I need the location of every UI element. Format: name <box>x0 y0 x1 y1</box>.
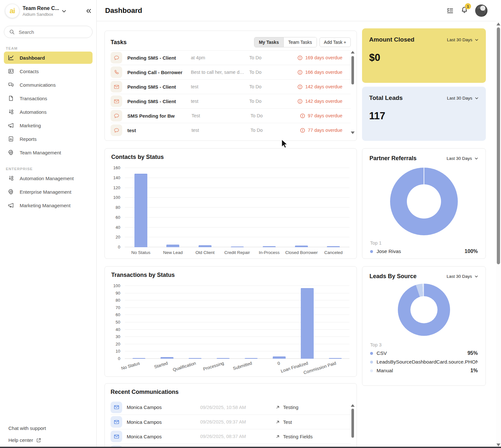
org-switcher: ai Team Rene C... Aidium Sandbox <box>0 0 96 21</box>
legend-label: Jose Rivas <box>377 248 461 254</box>
topbar-actions: 1 <box>447 5 487 17</box>
warning-icon <box>297 70 303 75</box>
range-label: Last 30 Days <box>447 37 472 42</box>
chart-title: Partner Referrals <box>369 155 417 162</box>
task-row[interactable]: Pending SMS - ClienttestTo Do142 days ov… <box>111 79 351 94</box>
notifications-bell-button[interactable]: 1 <box>461 6 468 15</box>
right-column: Amount Closed Last 30 Days $0 Total Lead… <box>362 21 486 448</box>
total-leads-card: Total Leads Last 30 Days 117 <box>362 87 486 141</box>
timestamp: 09/26/2025, 08:37 AM <box>200 434 275 439</box>
task-title: test <box>127 128 192 133</box>
sidebar-collapse-icon[interactable] <box>85 8 92 14</box>
y-axis-tick: 60 <box>116 312 120 317</box>
scrollbar-thumb[interactable] <box>351 56 354 84</box>
legend-row: CSV95% <box>370 350 478 356</box>
stat-title: Total Leads <box>369 94 403 102</box>
sidebar-item-enterprise-management[interactable]: Enterprise Management <box>4 186 93 198</box>
sidebar-item-label: Dashboard <box>20 55 45 61</box>
task-detail: test <box>191 84 249 89</box>
communications-title: Recent Communications <box>111 389 179 395</box>
chevron-down-icon[interactable] <box>61 8 67 14</box>
checklist-icon[interactable] <box>447 7 454 14</box>
tab-my-tasks[interactable]: My Tasks <box>254 37 283 47</box>
range-selector[interactable]: Last 30 Days <box>447 37 479 42</box>
gridline <box>125 286 349 286</box>
subject-text: Testing <box>283 404 299 410</box>
sidebar-item-dashboard[interactable]: Dashboard <box>4 52 93 64</box>
sidebar-item-label: Reports <box>20 136 37 142</box>
scroll-up-arrow-icon[interactable] <box>351 51 355 54</box>
task-status: To Do <box>249 70 297 75</box>
sidebar-nav: TEAMDashboardContactsCommunicationsTrans… <box>0 46 96 211</box>
x-axis-label: Started <box>153 361 168 369</box>
gridline <box>125 344 349 344</box>
sidebar-item-label: Automation Management <box>20 176 74 181</box>
org-subtitle: Aidium Sandbox <box>23 12 59 17</box>
task-overdue-text: 142 days overdue <box>305 99 342 104</box>
sidebar-item-team-management[interactable]: Team Management <box>4 146 93 159</box>
document-icon <box>8 95 14 102</box>
footer-link-label: Help center <box>8 437 33 443</box>
arrow-up-right-icon <box>275 420 280 424</box>
subject-text: Testing Fields <box>283 434 313 439</box>
range-selector[interactable]: Last 30 Days <box>447 96 479 101</box>
communication-row[interactable]: Monica Campos09/26/2025, 08:37 AMTesting… <box>111 429 351 443</box>
tasks-tab-group: My Tasks Team Tasks <box>254 37 317 47</box>
communication-row[interactable]: Monica Campos09/26/2025, 10:58 AMTesting <box>111 400 351 414</box>
task-title: Pending Call - Borrower <box>127 70 191 75</box>
task-row[interactable]: testtestTo Do77 days overdue <box>111 123 351 137</box>
stat-header: Amount Closed Last 30 Days <box>369 36 479 43</box>
task-row[interactable]: Pending SMS - Clientat 4pmTo Do169 days … <box>111 50 351 65</box>
sidebar-item-automation-management[interactable]: Automation Management <box>4 172 93 184</box>
user-avatar[interactable] <box>475 5 487 17</box>
range-selector[interactable]: Last 30 Days <box>447 274 478 279</box>
task-row[interactable]: SMS Pending for BwTestTo Do97 days overd… <box>111 108 351 123</box>
scrollbar-thumb[interactable] <box>497 27 500 264</box>
recent-communications-card: Recent Communications Monica Campos09/26… <box>104 383 357 448</box>
sidebar-item-marketing-management[interactable]: Marketing Management <box>4 199 93 211</box>
task-status: To Do <box>249 84 297 89</box>
tab-team-tasks[interactable]: Team Tasks <box>283 37 317 47</box>
mail-task-icon <box>111 95 122 107</box>
communication-subject-link[interactable]: Test <box>275 419 292 425</box>
communications-scrollbar[interactable] <box>350 404 355 448</box>
scroll-down-arrow-icon[interactable] <box>351 131 355 134</box>
range-selector[interactable]: Last 30 Days <box>447 156 478 161</box>
legend-title: Top 3 <box>370 342 478 347</box>
communication-subject-link[interactable]: Testing <box>275 404 299 410</box>
timestamp: 09/26/2025, 10:58 AM <box>200 405 275 410</box>
sidebar-item-marketing[interactable]: Marketing <box>4 119 93 131</box>
gridline <box>125 237 349 237</box>
tasks-scrollbar[interactable] <box>350 51 355 134</box>
sidebar-item-transactions[interactable]: Transactions <box>4 92 93 104</box>
sidebar-item-communications[interactable]: Communications <box>4 79 93 91</box>
add-task-button[interactable]: Add Task + <box>319 37 351 47</box>
task-row[interactable]: Pending Call - BorrowerBest to call her,… <box>111 65 351 79</box>
scroll-up-arrow-icon[interactable] <box>351 404 355 407</box>
task-overdue: 169 days overdue <box>297 55 342 61</box>
task-detail: at 4pm <box>191 55 249 60</box>
search-input[interactable]: Search <box>4 26 93 38</box>
mail-icon <box>111 402 122 413</box>
sidebar-item-label: Team Management <box>20 150 61 155</box>
communication-subject-link[interactable]: Testing Fields <box>275 434 313 439</box>
sidebar-item-automations[interactable]: Automations <box>4 106 93 118</box>
task-title: Pending SMS - Client <box>127 55 191 61</box>
nav-section-label: TEAM <box>6 46 96 50</box>
y-axis-tick: 160 <box>113 165 120 170</box>
scroll-down-arrow-icon[interactable] <box>496 443 500 446</box>
task-row[interactable]: Pending SMS - ClienttestTo Do142 days ov… <box>111 94 351 108</box>
sidebar-item-contacts[interactable]: Contacts <box>4 65 93 77</box>
scrollbar-thumb[interactable] <box>351 409 354 438</box>
scroll-up-arrow-icon[interactable] <box>496 23 500 25</box>
footer-link-chat-with-support[interactable]: Chat with support <box>8 425 46 431</box>
sidebar-item-reports[interactable]: Reports <box>4 133 93 145</box>
dashboard-content: Tasks My Tasks Team Tasks Add Task + Pen… <box>97 21 496 448</box>
x-axis-label: Processing <box>202 361 224 372</box>
gridline <box>125 322 349 322</box>
footer-link-help-center[interactable]: Help center <box>8 437 46 443</box>
sidebar-item-label: Enterprise Management <box>20 189 71 195</box>
communication-row[interactable]: Monica Campos09/26/2025, 09:37 AMTest <box>111 414 351 429</box>
sidebar-item-label: Marketing Management <box>20 203 71 208</box>
page-scrollbar[interactable] <box>496 21 501 448</box>
